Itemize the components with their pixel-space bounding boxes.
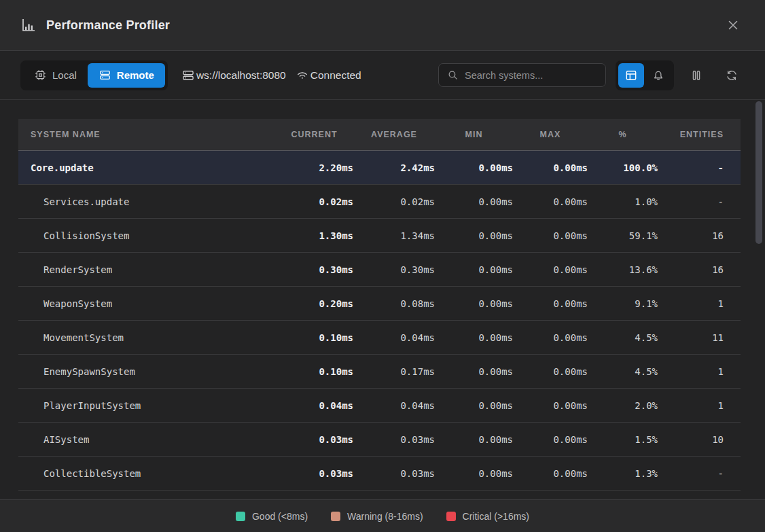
min-cell: 0.00ms — [435, 332, 513, 343]
table-row[interactable]: CollisionSystem 1.30ms 1.34ms 0.00ms 0.0… — [18, 219, 741, 253]
bell-icon — [652, 69, 665, 82]
percent-cell: 1.3% — [588, 468, 658, 479]
remote-mode-label: Remote — [117, 69, 154, 81]
entities-cell: - — [658, 196, 741, 207]
current-cell: 1.30ms — [275, 230, 353, 241]
table-row[interactable]: CollectibleSystem 0.03ms 0.03ms 0.00ms 0… — [18, 457, 741, 491]
legend-item: Good (<8ms) — [236, 511, 308, 522]
entities-cell: 1 — [658, 366, 741, 377]
current-cell: 0.20ms — [275, 298, 353, 309]
table-row[interactable]: Core.update 2.20ms 2.42ms 0.00ms 0.00ms … — [18, 151, 741, 185]
table-row[interactable]: RenderSystem 0.30ms 0.30ms 0.00ms 0.00ms… — [18, 253, 741, 287]
table-row[interactable]: WeaponSystem 0.20ms 0.08ms 0.00ms 0.00ms… — [18, 287, 741, 321]
current-cell: 0.10ms — [275, 366, 353, 377]
systems-table: SYSTEM NAME CURRENT AVERAGE MIN MAX % EN… — [18, 119, 741, 491]
min-cell: 0.00ms — [435, 264, 513, 275]
ws-url-label: ws://localhost:8080 — [196, 69, 286, 82]
column-header-percent[interactable]: % — [588, 130, 658, 139]
legend-label: Warning (8-16ms) — [347, 511, 423, 522]
table-header-row: SYSTEM NAME CURRENT AVERAGE MIN MAX % EN… — [18, 119, 741, 151]
current-cell: 0.30ms — [275, 264, 353, 275]
table-view-button[interactable] — [618, 63, 644, 88]
min-cell: 0.00ms — [435, 434, 513, 445]
average-cell: 0.02ms — [353, 196, 435, 207]
max-cell: 0.00ms — [513, 264, 588, 275]
average-cell: 0.04ms — [353, 400, 435, 411]
page-title: Performance Profiler — [46, 18, 170, 33]
table-row[interactable]: PlayerInputSystem 0.04ms 0.04ms 0.00ms 0… — [18, 389, 741, 423]
table-row[interactable]: AISystem 0.03ms 0.03ms 0.00ms 0.00ms 1.5… — [18, 423, 741, 457]
current-cell: 0.04ms — [275, 400, 353, 411]
pause-icon — [690, 69, 703, 82]
percent-cell: 1.0% — [588, 196, 658, 207]
entities-cell: 10 — [658, 434, 741, 445]
column-header-entities[interactable]: ENTITIES — [658, 130, 741, 139]
current-cell: 0.03ms — [275, 468, 353, 479]
entities-cell: 16 — [658, 230, 741, 241]
pause-button[interactable] — [683, 63, 709, 88]
column-header-current[interactable]: CURRENT — [275, 130, 353, 139]
min-cell: 0.00ms — [435, 468, 513, 479]
mode-toggle-group: Local Remote — [20, 60, 168, 90]
legend-item: Critical (>16ms) — [446, 511, 529, 522]
bar-chart-icon — [20, 17, 37, 33]
local-mode-button[interactable]: Local — [23, 63, 88, 88]
min-cell: 0.00ms — [435, 196, 513, 207]
system-name-cell: RenderSystem — [18, 264, 275, 275]
remote-mode-button[interactable]: Remote — [88, 63, 165, 88]
system-name-cell: PlayerInputSystem — [18, 400, 275, 411]
alerts-button[interactable] — [645, 63, 671, 88]
average-cell: 2.42ms — [353, 162, 435, 173]
search-box — [438, 63, 606, 87]
toolbar: Local Remote — [0, 51, 765, 100]
table-row[interactable]: MovementSystem 0.10ms 0.04ms 0.00ms 0.00… — [18, 321, 741, 355]
refresh-button[interactable] — [719, 63, 745, 88]
server-icon — [99, 69, 111, 82]
average-cell: 0.08ms — [353, 298, 435, 309]
average-cell: 0.03ms — [353, 434, 435, 445]
legend-item: Warning (8-16ms) — [331, 511, 423, 522]
performance-profiler-window: Performance Profiler Local — [0, 0, 765, 532]
column-header-max[interactable]: MAX — [513, 130, 588, 139]
legend-swatch — [236, 512, 245, 521]
current-cell: 0.02ms — [275, 196, 353, 207]
column-header-min[interactable]: MIN — [435, 130, 513, 139]
legend-swatch — [446, 512, 456, 521]
entities-cell: - — [658, 468, 741, 479]
max-cell: 0.00ms — [513, 434, 588, 445]
search-input[interactable] — [465, 70, 597, 81]
vertical-scrollbar-thumb[interactable] — [755, 101, 762, 244]
max-cell: 0.00ms — [513, 230, 588, 241]
min-cell: 0.00ms — [435, 230, 513, 241]
search-icon — [447, 69, 459, 81]
max-cell: 0.00ms — [513, 298, 588, 309]
max-cell: 0.00ms — [513, 196, 588, 207]
close-button[interactable] — [722, 14, 745, 37]
entities-cell: 11 — [658, 332, 741, 343]
table-row[interactable]: EnemySpawnSystem 0.10ms 0.17ms 0.00ms 0.… — [18, 355, 741, 389]
average-cell: 0.30ms — [353, 264, 435, 275]
current-cell: 0.10ms — [275, 332, 353, 343]
column-header-average[interactable]: AVERAGE — [353, 130, 435, 139]
system-name-cell: CollectibleSystem — [18, 468, 275, 479]
table-row[interactable]: Services.update 0.02ms 0.02ms 0.00ms 0.0… — [18, 185, 741, 219]
cpu-icon — [34, 69, 47, 82]
system-name-cell: Core.update — [18, 162, 275, 173]
title-bar: Performance Profiler — [0, 0, 765, 51]
percent-cell: 2.0% — [588, 400, 658, 411]
connection-status-label: Connected — [310, 69, 361, 82]
max-cell: 0.00ms — [513, 468, 588, 479]
min-cell: 0.00ms — [435, 162, 513, 173]
column-header-system-name[interactable]: SYSTEM NAME — [18, 130, 275, 139]
entities-cell: - — [658, 162, 741, 173]
average-cell: 1.34ms — [353, 230, 435, 241]
system-name-cell: MovementSystem — [18, 332, 275, 343]
percent-cell: 59.1% — [588, 230, 658, 241]
legend-label: Good (<8ms) — [252, 511, 308, 522]
percent-cell: 1.5% — [588, 434, 658, 445]
system-name-cell: Services.update — [18, 196, 275, 207]
table-body: Core.update 2.20ms 2.42ms 0.00ms 0.00ms … — [18, 151, 741, 491]
min-cell: 0.00ms — [435, 366, 513, 377]
server-icon — [181, 69, 195, 82]
max-cell: 0.00ms — [513, 400, 588, 411]
